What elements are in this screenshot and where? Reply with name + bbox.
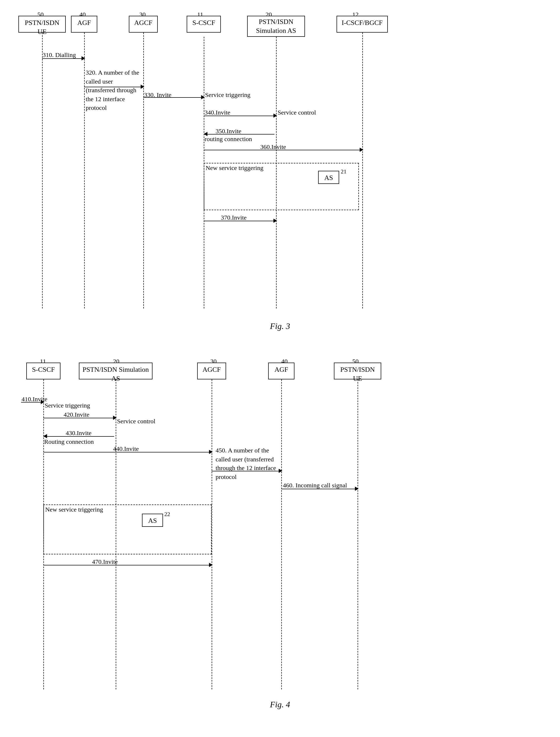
entity-pstn-ue-50: PSTN/ISDN UE xyxy=(18,16,66,33)
lifeline-icscf-12 xyxy=(362,33,363,309)
label4-svc-trig: Service triggering xyxy=(45,402,90,409)
entity4-scscf-11: S-CSCF xyxy=(26,363,60,379)
fig4-caption: Fig. 4 xyxy=(0,700,560,709)
figure-4: 11 20 30 40 50 S-CSCF PSTN/ISDN Simulati… xyxy=(0,347,560,725)
entity-icscf-12: I-CSCF/BGCF xyxy=(337,16,388,33)
label-360: 360.Invite xyxy=(260,144,286,151)
arrow4-420-head xyxy=(113,416,117,420)
label4-svc-ctrl: Service control xyxy=(117,418,155,425)
lifeline-agf-40 xyxy=(84,33,85,309)
figure-3: 50 40 30 11 20 12 PSTN/ISDN UE AGF AGCF … xyxy=(0,0,560,347)
arrow4-460-head xyxy=(355,486,359,491)
label-320: 320. A number of the called user (transf… xyxy=(86,68,142,113)
entity4-pstn-as-20: PSTN/ISDN Simulation AS xyxy=(79,363,152,379)
label-340: 340.Invite xyxy=(205,109,230,116)
arrow4-470 xyxy=(43,565,210,565)
as-number-21: 21 xyxy=(341,168,347,175)
entity4-agcf-30: AGCF xyxy=(197,363,226,379)
lifeline-pstn-ue-50 xyxy=(42,33,43,309)
label-350: 350.Invite xyxy=(216,128,241,135)
lifeline-agcf-30 xyxy=(143,33,144,309)
arrow4-agcf-agf-head xyxy=(279,469,282,473)
arrow4-470-head xyxy=(209,563,213,567)
label-new-svc-trig-3: New service triggering xyxy=(206,165,263,172)
entity4-pstn-ue-50: PSTN/ISDN UE xyxy=(334,363,381,379)
lifeline4-pstn-ue-50 xyxy=(358,379,358,689)
label4-new-svc-trig: New service triggering xyxy=(45,506,103,513)
arrow-360-head xyxy=(360,148,363,152)
lifeline4-agf-40 xyxy=(281,379,282,689)
arrow-340-head xyxy=(273,114,277,118)
entity-scscf-11: S-CSCF xyxy=(187,16,221,33)
entity-agcf-30: AGCF xyxy=(129,16,158,33)
arrow-310-head xyxy=(82,56,85,60)
label4-450: 450. A number of the called user (transf… xyxy=(216,446,279,481)
arrow4-agcf-agf xyxy=(212,471,280,471)
label4-410: 410.Invite xyxy=(22,396,47,403)
label-330: 330. Invite xyxy=(144,91,171,99)
entity-agf-40: AGF xyxy=(71,16,97,33)
diagram-container: 50 40 30 11 20 12 PSTN/ISDN UE AGF AGCF … xyxy=(0,0,560,725)
label4-460: 460. Incoming call signal xyxy=(283,482,347,489)
label-310: 310. Dialling xyxy=(43,52,76,59)
as-box-21: AS xyxy=(318,171,339,184)
entity-pstn-as-20: PSTN/ISDN Simulation AS xyxy=(247,16,305,37)
label-svc-triggering: Service triggering xyxy=(205,91,251,99)
label4-420: 420.Invite xyxy=(64,411,89,418)
arrow4-430-head xyxy=(43,434,47,438)
label4-430: 430.Invite xyxy=(66,429,91,437)
fig3-caption: Fig. 3 xyxy=(0,321,560,331)
label4-routing: Routing connection xyxy=(44,438,94,445)
arrow-370-head xyxy=(273,219,277,223)
entity4-agf-40: AGF xyxy=(268,363,294,379)
label-370: 370.Invite xyxy=(221,214,247,221)
arrow4-440-head xyxy=(209,450,213,454)
as-number-22: 22 xyxy=(164,511,170,518)
label4-440: 440.Invite xyxy=(113,445,139,452)
label4-470: 470.Invite xyxy=(92,558,118,565)
label-routing: routing connection xyxy=(205,136,252,143)
arrow-330-head xyxy=(201,95,205,99)
label-svc-ctrl: Service control xyxy=(278,109,316,116)
lifeline4-agcf-30 xyxy=(212,379,212,689)
as-box-22: AS xyxy=(142,514,163,527)
